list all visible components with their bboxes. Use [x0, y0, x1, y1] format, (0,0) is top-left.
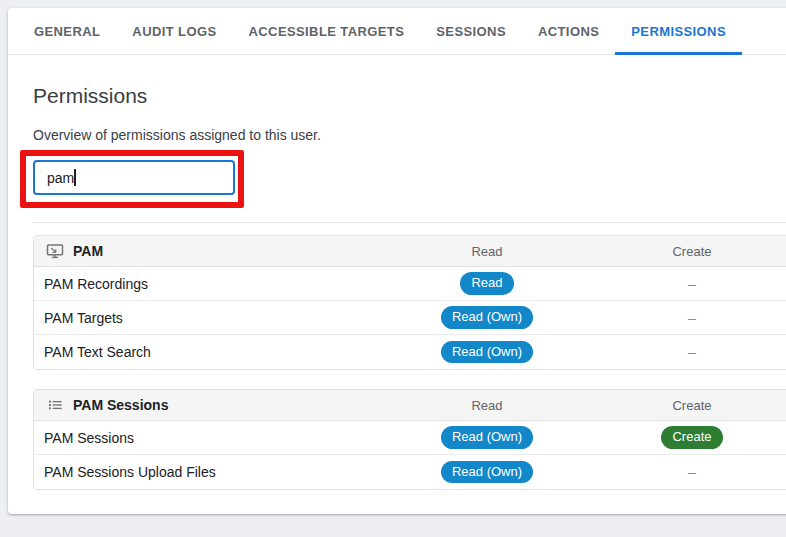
- permissions-table-pam-sessions: PAM Sessions Read Create PAM Sessions Re…: [33, 389, 786, 490]
- page-subtitle: Overview of permissions assigned to this…: [33, 127, 321, 143]
- tab-general[interactable]: GENERAL: [18, 8, 116, 54]
- read-badge: Read: [460, 272, 513, 295]
- table-row: PAM Sessions Read (Own) Create: [34, 421, 786, 455]
- tab-permissions[interactable]: PERMISSIONS: [615, 8, 742, 54]
- list-icon: [46, 396, 64, 414]
- page-title: Permissions: [33, 84, 147, 108]
- table-group-header: PAM Read Create: [34, 236, 786, 267]
- permissions-filter-input[interactable]: [33, 160, 235, 195]
- section-divider: [33, 222, 786, 223]
- tab-bar: GENERAL AUDIT LOGS ACCESSIBLE TARGETS SE…: [8, 8, 786, 55]
- tab-accessible-targets[interactable]: ACCESSIBLE TARGETS: [233, 8, 421, 54]
- column-header-read: Read: [394, 398, 580, 413]
- column-header-create: Create: [580, 244, 786, 259]
- no-permission-dash: –: [688, 276, 696, 292]
- permission-name: PAM Sessions Upload Files: [34, 464, 394, 480]
- group-title-cell: PAM: [34, 242, 394, 260]
- tab-audit-logs[interactable]: AUDIT LOGS: [116, 8, 232, 54]
- create-badge: Create: [661, 426, 722, 449]
- search-field-wrap: [33, 160, 235, 195]
- permission-name: PAM Recordings: [34, 276, 394, 292]
- permissions-table-pam: PAM Read Create PAM Recordings Read – PA…: [33, 235, 786, 370]
- permission-name: PAM Targets: [34, 310, 394, 326]
- no-permission-dash: –: [688, 310, 696, 326]
- column-header-create: Create: [580, 398, 786, 413]
- table-row: PAM Recordings Read –: [34, 267, 786, 301]
- table-row: PAM Targets Read (Own) –: [34, 301, 786, 335]
- group-title: PAM: [73, 243, 103, 259]
- remote-desktop-icon: [46, 242, 64, 260]
- permission-name: PAM Sessions: [34, 430, 394, 446]
- tab-actions[interactable]: ACTIONS: [522, 8, 615, 54]
- no-permission-dash: –: [688, 464, 696, 480]
- no-permission-dash: –: [688, 344, 696, 360]
- read-badge: Read (Own): [441, 461, 533, 484]
- read-badge: Read (Own): [441, 426, 533, 449]
- group-title-cell: PAM Sessions: [34, 396, 394, 414]
- tab-sessions[interactable]: SESSIONS: [420, 8, 522, 54]
- permission-name: PAM Text Search: [34, 344, 394, 360]
- table-row: PAM Text Search Read (Own) –: [34, 335, 786, 369]
- read-badge: Read (Own): [441, 306, 533, 329]
- read-badge: Read (Own): [441, 341, 533, 364]
- table-row: PAM Sessions Upload Files Read (Own) –: [34, 455, 786, 489]
- table-group-header: PAM Sessions Read Create: [34, 390, 786, 421]
- detail-card: GENERAL AUDIT LOGS ACCESSIBLE TARGETS SE…: [8, 8, 786, 514]
- group-title: PAM Sessions: [73, 397, 168, 413]
- column-header-read: Read: [394, 244, 580, 259]
